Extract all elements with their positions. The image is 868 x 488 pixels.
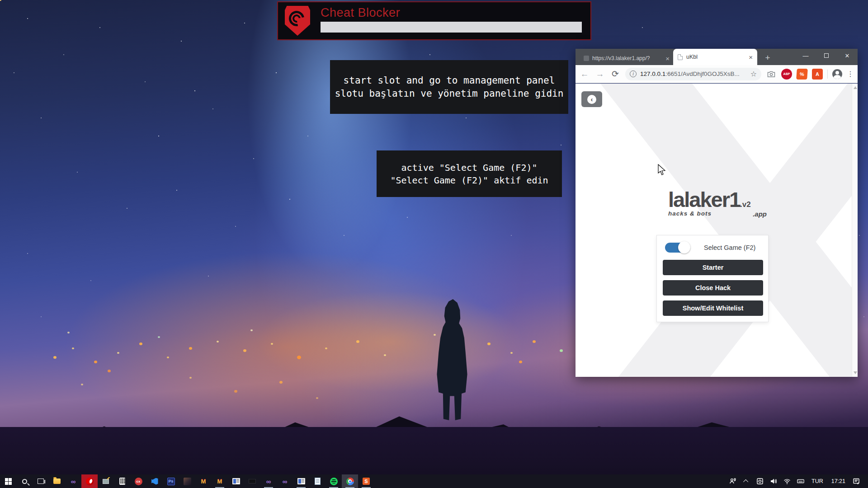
logo-version-text: .v2 [740, 200, 751, 209]
cheat-blocker-progress-bar [321, 22, 582, 33]
url-path: :6651/AvdDhjf0GOJ5XsB... [665, 70, 739, 77]
news-app-2-icon[interactable] [293, 474, 309, 488]
cheat-blocker-title: Cheat Blocker [321, 6, 400, 20]
clock[interactable]: 17:21 [829, 478, 848, 484]
control-panel-card: Select Game (F2) Starter Close Hack Show… [656, 235, 769, 322]
starter-button[interactable]: Starter [663, 260, 763, 275]
chrome-window: https://v3.lalaker1.app/? × uKbl × + — ✕… [576, 49, 858, 377]
visual-studio-2-icon[interactable]: ∞ [260, 474, 277, 488]
tab-close-icon[interactable]: × [749, 54, 753, 61]
mouse-cursor [658, 164, 666, 176]
file-explorer-icon[interactable] [49, 474, 65, 488]
logo-domain: .app [753, 210, 767, 218]
toggle-label: Select Game (F2) [704, 244, 755, 251]
chevron-up-icon[interactable] [741, 474, 752, 488]
tab-strip: https://v3.lalaker1.app/? × uKbl × + — ✕ [576, 49, 858, 65]
taskbar: ∞ cx Ps M M ∞ ∞ S [0, 474, 868, 488]
browser-toolbar: ← → ⟳ i 127.0.0.1:6651/AvdDhjf0GOJ5XsB..… [576, 65, 858, 83]
logo-tagline: hacks & bots [668, 210, 712, 218]
show-edit-whitelist-button[interactable]: Show/Edit Whitelist [663, 300, 763, 316]
action-center-icon[interactable] [851, 474, 862, 488]
tooltip-start-slot: start slot and go to management panel sl… [330, 60, 568, 114]
select-game-toggle[interactable] [665, 243, 689, 253]
toolbar-separator [827, 70, 828, 79]
child-silhouette [430, 299, 474, 420]
defender-icon[interactable] [755, 474, 765, 488]
vscode-icon[interactable] [146, 474, 163, 488]
visual-studio-icon[interactable]: ∞ [65, 474, 81, 488]
toggle-knob[interactable] [678, 241, 690, 253]
language-indicator[interactable]: TUR [809, 478, 826, 484]
tab-ukbl-active[interactable]: uKbl × [673, 49, 757, 65]
photoshop-icon[interactable]: Ps [163, 474, 179, 488]
scroll-down-icon[interactable] [854, 371, 857, 374]
volume-icon[interactable] [768, 474, 779, 488]
reload-icon[interactable]: ⟳ [610, 69, 621, 79]
setup-app-icon[interactable] [98, 474, 114, 488]
system-tray: TUR 17:21 [727, 474, 868, 488]
page-favicon-icon [678, 54, 683, 60]
task-view-icon[interactable] [33, 474, 49, 488]
tooltip-line-tr: slotu başlatın ve yönetim paneline gidin [330, 87, 568, 100]
info-icon[interactable]: i [630, 70, 637, 77]
page-content: ‹ lalaker1.v2 hacks & bots .app Select G… [576, 84, 858, 377]
cx-app-icon[interactable]: cx [130, 474, 146, 488]
address-bar[interactable]: i 127.0.0.1:6651/AvdDhjf0GOJ5XsB... ☆ [625, 68, 761, 80]
back-icon[interactable]: ← [579, 69, 590, 79]
toggle-row: Select Game (F2) [665, 242, 761, 253]
orange-extension-2-icon[interactable]: A [812, 69, 823, 80]
shield-c-icon [285, 6, 310, 36]
tooltip-line-en: active "Select Game (F2)" [377, 161, 562, 174]
tooltip-line-tr: "Select Game (F2)" aktif edin [377, 174, 562, 187]
scroll-up-icon[interactable] [854, 86, 857, 89]
tab-title: uKbl [686, 54, 745, 60]
notepad-icon[interactable] [309, 474, 326, 488]
wifi-icon[interactable] [782, 474, 793, 488]
screenshot-extension-icon[interactable] [766, 69, 777, 80]
profile-avatar-icon[interactable] [832, 69, 842, 79]
cheat-blocker-app-icon[interactable] [81, 474, 98, 488]
search-icon[interactable] [16, 474, 33, 488]
maximize-button[interactable] [816, 49, 837, 62]
url-host: 127.0.0.1 [640, 70, 665, 77]
news-app-icon[interactable] [228, 474, 244, 488]
photo-viewer-icon[interactable] [179, 474, 195, 488]
forward-icon[interactable]: → [594, 69, 605, 79]
tooltip-line-en: start slot and go to management panel [330, 74, 568, 87]
m-game-2-icon[interactable]: M [212, 474, 228, 488]
close-button[interactable]: ✕ [837, 49, 858, 62]
visual-studio-3-icon[interactable]: ∞ [277, 474, 293, 488]
tab-close-icon[interactable]: × [665, 55, 670, 62]
chevron-left-icon: ‹ [587, 95, 596, 104]
logo-main-text: lalaker1 [668, 188, 740, 211]
background-app-icon[interactable] [244, 474, 260, 488]
lalaker1-logo: lalaker1.v2 hacks & bots .app [668, 190, 772, 218]
tab-lalaker1[interactable]: https://v3.lalaker1.app/? × [580, 52, 673, 65]
desktop: Cheat Blocker start slot and go to manag… [0, 0, 868, 488]
bookmark-star-icon[interactable]: ☆ [750, 70, 757, 78]
city-lights-decor [0, 0, 1, 1]
minimize-button[interactable]: — [795, 49, 816, 62]
sublime-text-icon[interactable]: S [358, 474, 374, 488]
touch-keyboard-icon[interactable] [795, 474, 806, 488]
page-scrollbar[interactable] [852, 84, 858, 377]
tab-title: https://v3.lalaker1.app/? [592, 55, 662, 61]
tab-favicon [584, 56, 589, 61]
adblock-plus-extension-icon[interactable]: ABP [781, 69, 792, 80]
calculator-icon[interactable] [114, 474, 130, 488]
url-text[interactable]: 127.0.0.1:6651/AvdDhjf0GOJ5XsB... [640, 70, 740, 77]
tooltip-select-game: active "Select Game (F2)" "Select Game (… [377, 150, 562, 197]
window-controls: — ✕ [795, 49, 858, 62]
people-icon[interactable] [727, 474, 738, 488]
new-tab-button[interactable]: + [762, 52, 774, 63]
close-hack-button[interactable]: Close Hack [663, 280, 763, 296]
page-back-button[interactable]: ‹ [581, 91, 602, 107]
start-button[interactable] [0, 474, 16, 488]
orange-extension-1-icon[interactable]: % [796, 69, 808, 80]
chrome-icon[interactable] [342, 474, 358, 488]
cheat-blocker-overlay: Cheat Blocker [277, 1, 591, 40]
m-game-icon[interactable]: M [195, 474, 212, 488]
chrome-menu-icon[interactable]: ⋮ [847, 70, 854, 78]
spotify-icon[interactable] [326, 474, 342, 488]
